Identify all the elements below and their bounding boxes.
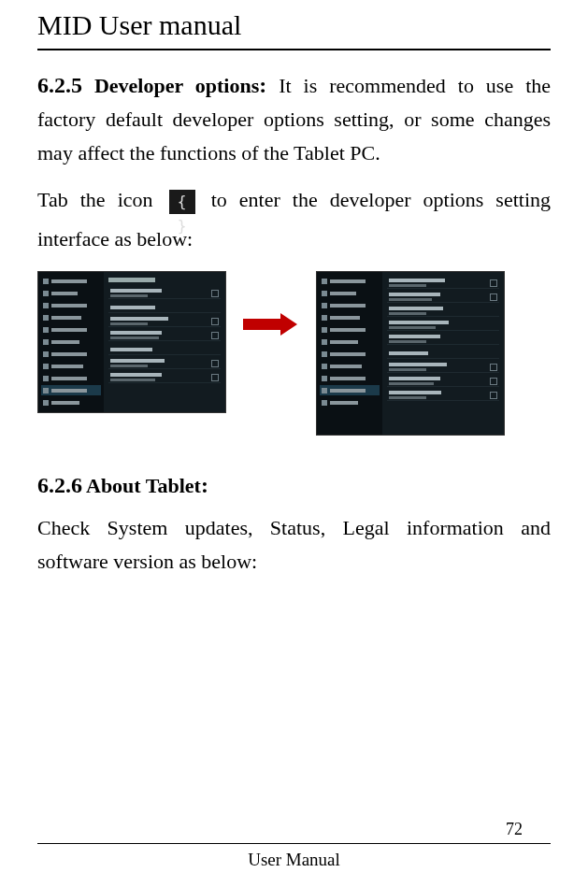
developer-options-icon: { } [169, 190, 195, 214]
page-footer: 72 User Manual [37, 820, 551, 870]
section-625-para2: Tab the icon { } to enter the developer … [37, 180, 551, 259]
section-heading-626: About Tablet [86, 474, 201, 497]
header-divider [37, 49, 551, 50]
section-625-text-pre: Tab the icon [37, 188, 153, 211]
page-header-title: MID User manual [37, 0, 551, 49]
section-heading-625: Developer options [94, 74, 259, 97]
screenshot-row [37, 271, 551, 436]
section-colon-626: : [201, 473, 208, 497]
footer-divider [37, 843, 551, 844]
section-number-626: 6.2.6 [37, 473, 82, 497]
footer-label: User Manual [37, 850, 551, 870]
screenshot-sidebar-right [317, 272, 382, 435]
section-626-heading-line: 6.2.6 About Tablet: [37, 473, 551, 498]
screenshot-main-panel [104, 272, 225, 412]
section-colon-625: : [259, 73, 266, 97]
sidebar-item-developer-options [41, 385, 101, 395]
settings-screenshot-left [37, 271, 226, 413]
page-number: 72 [37, 820, 551, 843]
settings-screenshot-right [316, 271, 505, 436]
section-number-625: 6.2.5 [37, 73, 82, 97]
section-626-body: Check System updates, Status, Legal info… [37, 511, 551, 577]
sidebar-item-developer-options-r [320, 385, 380, 395]
arrow-right-icon [243, 313, 299, 336]
screenshot-sidebar [38, 272, 104, 412]
screenshot-main-panel-right [382, 272, 504, 435]
section-625-intro: 6.2.5 Developer options: It is recommend… [37, 67, 551, 169]
